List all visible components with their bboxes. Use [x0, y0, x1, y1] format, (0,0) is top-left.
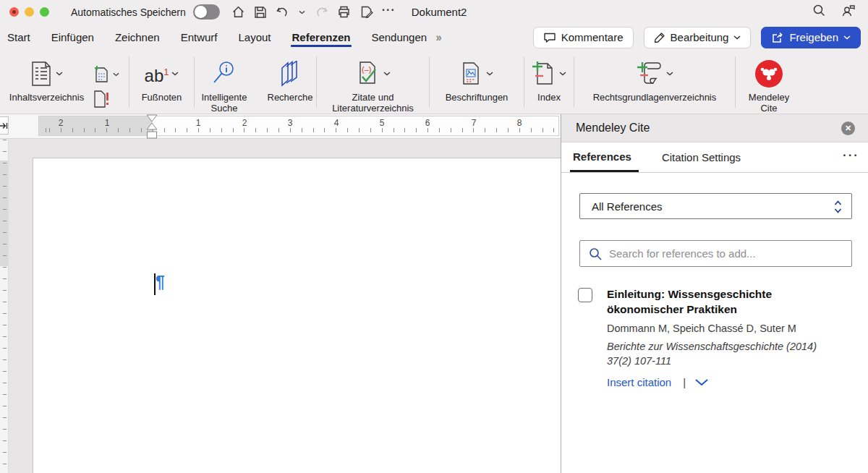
reference-title: Einleitung: Wissensgeschichte ökonomisch…	[607, 286, 841, 317]
chevron-down-icon	[486, 72, 493, 76]
research-button[interactable]: Recherche	[264, 56, 316, 103]
smart-lookup-button[interactable]: Intelligente Suche	[195, 56, 254, 114]
footnote-icon: ab1	[145, 64, 169, 85]
toc-label: Inhaltsverzeichnis	[9, 92, 84, 103]
toc-button[interactable]: Inhaltsverzeichnis	[9, 56, 84, 103]
select-chevrons-icon	[834, 200, 842, 217]
mendeley-label: Mendeley Cite	[744, 92, 794, 114]
document-page[interactable]: ¶	[33, 158, 561, 473]
autosave-toggle[interactable]	[193, 4, 220, 20]
index-button[interactable]: Index	[532, 56, 566, 103]
filter-value: All References	[592, 200, 663, 213]
undo-chevron-icon[interactable]	[299, 10, 305, 14]
mendeley-cite-button[interactable]: Mendeley Cite	[744, 56, 794, 114]
toa-button[interactable]: Rechtsgrundlagenverzeichnis	[593, 56, 717, 103]
citations-label: Zitate und Literaturverzeichnis	[326, 92, 420, 114]
document-editor: 2 1 1 2 3 4 5 6 7 8	[0, 114, 561, 473]
panel-tabs: References Citation Settings ···	[561, 142, 868, 173]
share-button[interactable]: Freigeben	[761, 27, 861, 48]
panel-close-icon[interactable]: ✕	[841, 122, 855, 135]
reference-list-item[interactable]: Einleitung: Wissensgeschichte ökonomisch…	[579, 286, 852, 388]
mendeley-group: Mendeley Cite	[736, 51, 802, 114]
citations-icon: (–)	[356, 60, 380, 88]
minimize-window-button[interactable]	[25, 7, 34, 17]
print-icon[interactable]	[337, 5, 351, 19]
index-group: Index	[524, 51, 574, 114]
indent-marker[interactable]	[146, 114, 158, 143]
add-text-icon	[91, 65, 110, 84]
reference-source: Berichte zur Wissenschaftsgeschichte (20…	[607, 339, 841, 368]
update-toc-button[interactable]	[91, 90, 119, 108]
captions-icon	[460, 61, 483, 87]
save-icon[interactable]	[254, 6, 267, 19]
panel-more-icon[interactable]: ···	[843, 148, 859, 167]
more-commands-icon[interactable]: ···	[382, 4, 396, 17]
mendeley-cite-panel: Mendeley Cite ✕ References Citation Sett…	[561, 114, 868, 473]
toc-icon	[30, 61, 53, 87]
save-as-icon[interactable]	[359, 5, 373, 19]
panel-header: Mendeley Cite ✕	[561, 114, 868, 142]
smart-lookup-label: Intelligente Suche	[195, 92, 254, 114]
document-title: Dokument2	[412, 6, 467, 18]
research-icon	[278, 61, 302, 87]
redo-button[interactable]	[314, 6, 328, 19]
search-input[interactable]	[580, 241, 851, 266]
update-toc-icon	[91, 90, 110, 108]
toa-label: Rechtsgrundlagenverzeichnis	[593, 92, 717, 103]
separator: |	[683, 376, 686, 388]
captions-button[interactable]: Beschriftungen	[446, 56, 509, 103]
tab-references[interactable]: References	[570, 142, 639, 172]
tab-stop-selector[interactable]	[0, 116, 9, 135]
research-label: Recherche	[268, 92, 313, 103]
account-icon[interactable]	[841, 4, 856, 21]
tab-einfuegen[interactable]: Einfügen	[51, 27, 94, 48]
ribbon-tab-row: Start Einfügen Zeichnen Entwurf Layout R…	[0, 24, 868, 51]
search-icon	[589, 247, 603, 261]
tab-zeichnen[interactable]: Zeichnen	[115, 27, 160, 48]
chevron-down-icon	[113, 72, 119, 77]
footnotes-group: ab1 Fußnoten	[129, 51, 194, 114]
tab-referenzen[interactable]: Referenzen	[292, 27, 351, 48]
zoom-window-button[interactable]	[40, 7, 49, 17]
horizontal-ruler-row: 2 1 1 2 3 4 5 6 7 8	[0, 114, 561, 139]
paragraph-mark: ¶	[156, 273, 165, 292]
tab-layout[interactable]: Layout	[238, 27, 271, 48]
research-group: Intelligente Suche Recherche	[195, 51, 316, 114]
references-filter-dropdown[interactable]: All References	[579, 193, 852, 219]
tab-start[interactable]: Start	[7, 27, 30, 48]
captions-label: Beschriftungen	[446, 92, 509, 103]
add-text-button[interactable]	[91, 65, 119, 84]
reference-expand-chevron-icon[interactable]	[694, 378, 709, 386]
index-icon	[532, 60, 556, 88]
word-window: Automatisches Speichern	[0, 0, 868, 473]
tab-sendungen[interactable]: Sendungen	[371, 27, 427, 48]
footnotes-label: Fußnoten	[142, 92, 182, 103]
reference-authors: Dommann M, Speich Chassé D, Suter M	[607, 323, 841, 334]
chevron-down-icon	[56, 72, 63, 76]
toa-group: Rechtsgrundlagenverzeichnis	[574, 51, 735, 114]
insert-citation-link[interactable]: Insert citation	[607, 376, 671, 388]
close-window-button[interactable]	[9, 7, 19, 17]
reference-checkbox[interactable]	[578, 288, 592, 302]
tab-entwurf[interactable]: Entwurf	[181, 27, 218, 48]
search-icon[interactable]	[812, 4, 826, 20]
svg-text:(–): (–)	[362, 65, 371, 74]
citations-button[interactable]: (–) Zitate und Literaturverzeichnis	[326, 56, 420, 114]
tab-citation-settings[interactable]: Citation Settings	[659, 142, 744, 172]
comments-button[interactable]: Kommentare	[533, 27, 634, 48]
footnote-button[interactable]: ab1 Fußnoten	[142, 56, 182, 103]
chevron-down-icon	[559, 72, 566, 76]
editing-mode-button[interactable]: Bearbeitung	[644, 27, 752, 48]
vertical-ruler[interactable]	[0, 140, 9, 473]
smart-lookup-icon	[212, 61, 237, 87]
chevron-down-icon	[666, 72, 673, 76]
toc-group: Inhaltsverzeichnis	[0, 51, 129, 114]
document-canvas[interactable]: ¶	[9, 140, 561, 473]
undo-button[interactable]	[276, 6, 290, 19]
window-controls	[9, 7, 49, 17]
autosave-label: Automatisches Speichern	[71, 7, 186, 18]
horizontal-ruler[interactable]: 2 1 1 2 3 4 5 6 7 8	[38, 116, 559, 136]
home-icon[interactable]	[231, 5, 245, 19]
chevron-down-icon	[171, 72, 179, 76]
tab-overflow-icon[interactable]: ››	[435, 31, 441, 44]
